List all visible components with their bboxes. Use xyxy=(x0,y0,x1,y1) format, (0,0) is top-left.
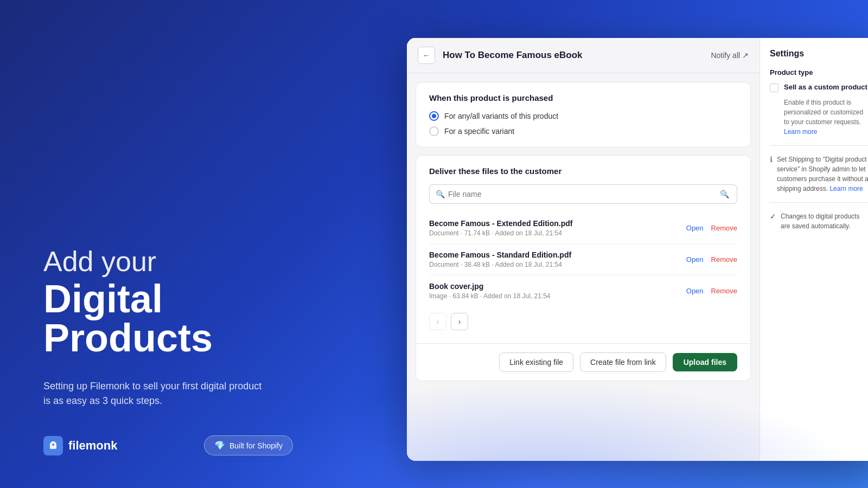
search-input-wrap: 🔍 xyxy=(429,184,712,204)
radio-specific-variant-label: For a specific variant xyxy=(444,127,514,136)
svg-point-0 xyxy=(52,444,54,446)
check-icon: ✓ xyxy=(770,212,776,221)
next-page-button[interactable]: › xyxy=(451,313,468,330)
table-row: Become Famous - Extended Edition.pdf Doc… xyxy=(429,213,737,244)
auto-save-info-row: ✓ Changes to digital products are saved … xyxy=(770,211,868,231)
table-row: Book cover.jpg Image · 63.84 kB · Added … xyxy=(429,275,737,306)
content-area: When this product is purchased For any/a… xyxy=(407,73,760,461)
shipping-info-text: Set Shipping to "Digital product service… xyxy=(777,155,868,194)
shopify-badge-label: Built for Shopify xyxy=(229,441,283,450)
file-open-button-1[interactable]: Open xyxy=(686,224,704,232)
custom-product-checkbox[interactable] xyxy=(770,84,778,92)
settings-panel: Settings Product type Sell as a custom p… xyxy=(760,38,868,461)
file-meta-2: Document · 38.48 kB · Added on 18 Jul, 2… xyxy=(429,261,571,268)
radio-all-variants-indicator xyxy=(432,114,436,118)
radio-all-variants[interactable]: For any/all variants of this product xyxy=(429,111,737,121)
custom-product-label: Sell as a custom product xyxy=(784,83,867,91)
logo-icon xyxy=(43,436,63,455)
custom-product-learn-more[interactable]: Learn more xyxy=(784,128,817,136)
file-actions-2: Open Remove xyxy=(686,255,737,264)
prev-page-button[interactable]: ‹ xyxy=(429,313,446,330)
file-name-2: Become Famous - Standard Edition.pdf xyxy=(429,251,571,259)
shipping-learn-more[interactable]: Learn more xyxy=(829,185,863,192)
top-bar: ← How To Become Famous eBook Notify all … xyxy=(407,38,760,73)
file-actions-1: Open Remove xyxy=(686,224,737,232)
search-icon: 🔍 xyxy=(436,190,445,198)
back-button[interactable]: ← xyxy=(418,47,435,64)
upload-files-button[interactable]: Upload files xyxy=(673,353,737,371)
purchase-radio-group: For any/all variants of this product For… xyxy=(429,111,737,136)
notify-all-button[interactable]: Notify all ↗ xyxy=(711,51,749,60)
logo-text: filemonk xyxy=(68,439,117,453)
deliver-card: Deliver these files to the customer 🔍 🔍 xyxy=(416,155,751,381)
shipping-info-row: ℹ Set Shipping to "Digital product servi… xyxy=(770,155,868,194)
file-remove-button-1[interactable]: Remove xyxy=(711,224,737,232)
hero-subtitle: Setting up Filemonk to sell your first d… xyxy=(43,379,271,408)
search-bar: 🔍 🔍 xyxy=(429,184,737,204)
file-name-3: Book cover.jpg xyxy=(429,282,551,291)
app-window: ← How To Become Famous eBook Notify all … xyxy=(407,38,868,461)
info-icon-shipping: ℹ xyxy=(770,155,773,164)
search-button[interactable]: 🔍 xyxy=(712,184,737,204)
file-meta-3: Image · 63.84 kB · Added on 18 Jul, 21:5… xyxy=(429,292,551,300)
file-list: Become Famous - Extended Edition.pdf Doc… xyxy=(429,213,737,306)
auto-save-info-text: Changes to digital products are saved au… xyxy=(781,211,868,231)
file-name-1: Become Famous - Extended Edition.pdf xyxy=(429,219,572,228)
back-icon: ← xyxy=(423,51,430,60)
deliver-section-title: Deliver these files to the customer xyxy=(429,166,737,176)
purchase-card: When this product is purchased For any/a… xyxy=(416,82,751,147)
product-type-title: Product type xyxy=(770,68,868,76)
custom-product-desc: Enable if this product is personalized o… xyxy=(770,98,868,137)
settings-title: Settings xyxy=(770,49,868,59)
custom-product-row: Sell as a custom product xyxy=(770,83,868,92)
hero-footer: filemonk 💎 Built for Shopify xyxy=(43,435,293,455)
settings-divider-2 xyxy=(770,202,868,203)
file-meta-1: Document · 71.74 kB · Added on 18 Jul, 2… xyxy=(429,229,572,237)
purchase-section: When this product is purchased For any/a… xyxy=(416,82,750,147)
settings-divider-1 xyxy=(770,145,868,146)
file-info-2: Become Famous - Standard Edition.pdf Doc… xyxy=(429,251,571,268)
shopify-badge[interactable]: 💎 Built for Shopify xyxy=(204,435,293,455)
purchase-section-title: When this product is purchased xyxy=(429,93,737,102)
hero-section: Add your Digital Products Setting up Fil… xyxy=(0,0,336,488)
hero-heading-bold: Digital Products xyxy=(43,279,293,357)
file-search-input[interactable] xyxy=(429,184,712,204)
top-bar-left: ← How To Become Famous eBook xyxy=(418,47,583,64)
link-existing-button[interactable]: Link existing file xyxy=(499,352,573,372)
pagination: ‹ › xyxy=(429,306,737,332)
create-from-link-button[interactable]: Create file from link xyxy=(580,352,666,372)
page-title: How To Become Famous eBook xyxy=(443,50,583,61)
file-open-button-2[interactable]: Open xyxy=(686,255,704,264)
file-open-button-3[interactable]: Open xyxy=(686,287,704,295)
file-info-1: Become Famous - Extended Edition.pdf Doc… xyxy=(429,219,572,237)
file-info-3: Book cover.jpg Image · 63.84 kB · Added … xyxy=(429,282,551,300)
file-remove-button-2[interactable]: Remove xyxy=(711,255,737,264)
radio-specific-variant[interactable]: For a specific variant xyxy=(429,126,737,136)
file-remove-button-3[interactable]: Remove xyxy=(711,287,737,295)
deliver-section: Deliver these files to the customer 🔍 🔍 xyxy=(416,156,750,343)
table-row: Become Famous - Standard Edition.pdf Doc… xyxy=(429,244,737,275)
radio-all-variants-button[interactable] xyxy=(429,111,439,121)
hero-heading-light: Add your xyxy=(43,246,293,277)
search-button-icon: 🔍 xyxy=(720,190,729,198)
radio-all-variants-label: For any/all variants of this product xyxy=(444,112,558,120)
logo-area: filemonk xyxy=(43,436,117,455)
action-bar: Link existing file Create file from link… xyxy=(416,343,750,381)
radio-specific-variant-button[interactable] xyxy=(429,126,439,136)
shopify-icon: 💎 xyxy=(214,440,225,451)
file-actions-3: Open Remove xyxy=(686,287,737,295)
main-panel: ← How To Become Famous eBook Notify all … xyxy=(407,38,760,461)
